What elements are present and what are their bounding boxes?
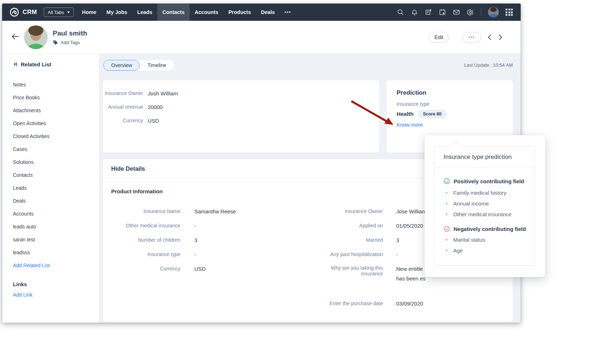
tab-timeline[interactable]: Timeline [140,60,174,71]
all-tabs-dropdown[interactable]: All Tabs [44,8,74,17]
add-tags-button[interactable]: Add Tags [53,40,87,45]
field-row: Annual revenue 20000 [103,100,379,114]
search-icon[interactable] [397,9,404,16]
contact-name: Paul smith [53,29,87,37]
main-menu: Home My Jobs Leads Contacts Accounts Pro… [77,4,295,21]
nav-item-contacts[interactable]: Contacts [157,4,190,21]
user-avatar[interactable] [488,7,499,18]
section-title: Product Information [111,188,162,194]
contact-photo[interactable] [24,25,48,49]
chevron-down-icon [67,11,70,13]
prediction-popup-card: Insurance type prediction Positively con… [434,146,535,266]
compose-note-icon[interactable] [425,9,432,16]
popup-title: Insurance type prediction [434,147,535,168]
nav-item-accounts[interactable]: Accounts [190,4,223,21]
settings-gear-icon[interactable] [467,9,474,16]
sad-face-icon [444,226,450,232]
field-row: Other medical insurance - [103,218,308,233]
related-list-sidebar: Related List Notes Price Books Attachmen… [2,54,99,323]
notifications-bell-icon[interactable] [411,9,418,16]
nav-item-deals[interactable]: Deals [256,4,280,21]
field-row: Currency USD [103,261,308,276]
sidebar-item-leads[interactable]: Leads [13,181,99,194]
nav-item-leads[interactable]: Leads [132,4,157,21]
prediction-popup: Insurance type prediction Positively con… [425,135,545,277]
field-row: Number of children 3 [103,233,308,247]
divider [481,8,481,16]
field-row: Insurance Owner Josh William [103,86,379,100]
collapse-pin-icon[interactable] [13,62,18,66]
bullet-dot [446,203,447,204]
know-more-link[interactable]: Know more [397,122,423,128]
tag-icon [53,40,58,45]
add-link-link[interactable]: Add Link [13,290,99,300]
negative-item: Marital status [444,234,527,245]
predicted-value: Health [397,111,413,117]
sidebar-item-accounts[interactable]: Accounts [13,207,99,220]
bullet-dot [446,239,447,241]
field-row: Currency USD [103,114,379,127]
record-header: Paul smith Add Tags Edit ••• [2,21,521,54]
negative-item: Age [444,245,527,256]
sidebar-item-saran-test[interactable]: saran test [13,233,99,246]
back-arrow-icon[interactable] [11,33,19,42]
sidebar-item-contacts[interactable]: Contacts [13,169,99,181]
nav-item-home[interactable]: Home [77,4,101,21]
score-badge: Score 80 [418,110,446,118]
links-title: Links [13,281,27,287]
prediction-type-label: Insurance type [397,101,513,107]
positive-header-row: Positively contributing field [444,177,527,185]
related-list-title: Related List [21,61,51,67]
record-more-button[interactable]: ••• [463,32,481,43]
tab-overview[interactable]: Overview [103,60,140,71]
nav-item-my-jobs[interactable]: My Jobs [101,4,132,21]
brand-title: CRM [23,9,37,16]
field-row: Enter the purchase date 03/09/2020 [308,296,513,311]
hide-details-toggle[interactable]: Hide Details [111,165,145,172]
bullet-dot [446,250,447,251]
field-row: Insurance Name Samantha Reese [103,204,308,218]
bullet-dot [446,192,447,194]
smiley-face-icon [444,178,450,184]
top-nav: CRM All Tabs Home My Jobs Leads Contacts… [2,4,521,21]
summary-card: Insurance Owner Josh William Annual reve… [103,80,379,152]
sidebar-item-price-books[interactable]: Price Books [13,91,99,104]
positive-item: Other medical insurance [444,209,527,219]
sidebar-item-open-activities[interactable]: Open Activities [13,117,99,130]
positive-item: Annual income [444,198,527,209]
prediction-title: Prediction [397,89,513,96]
sidebar-item-leads-auto[interactable]: leads auto [13,220,99,233]
crm-logo-icon [9,7,19,17]
bullet-dot [446,213,447,215]
nav-more-icon[interactable]: ⋯ [280,4,295,21]
mail-icon[interactable] [453,9,460,16]
sidebar-item-leadsss[interactable]: leadsss [13,246,99,259]
sidebar-item-attachments[interactable]: Attachments [13,104,99,117]
negative-header-row: Negatively contributing field [444,224,527,233]
positive-item: Family medical history [444,187,527,198]
next-record-icon[interactable] [498,34,503,41]
last-update-text: Last Update : 10:54 AM [464,62,513,68]
sidebar-item-cases[interactable]: Cases [13,143,99,156]
field-row: Insurance type - [103,247,308,261]
app-grid-icon[interactable] [506,9,513,16]
calendar-icon[interactable] [439,9,446,16]
sidebar-item-notes[interactable]: Notes [13,78,99,91]
view-tabs: Overview Timeline [103,60,174,71]
edit-button[interactable]: Edit [429,32,449,43]
sidebar-item-closed-activities[interactable]: Closed Activities [13,130,99,143]
nav-item-products[interactable]: Products [223,4,256,21]
sidebar-item-deals[interactable]: Deals [13,194,99,207]
add-related-list-link[interactable]: Add Related List [13,259,99,272]
sidebar-item-solutions[interactable]: Solutions [13,156,99,169]
previous-record-icon[interactable] [487,34,492,41]
